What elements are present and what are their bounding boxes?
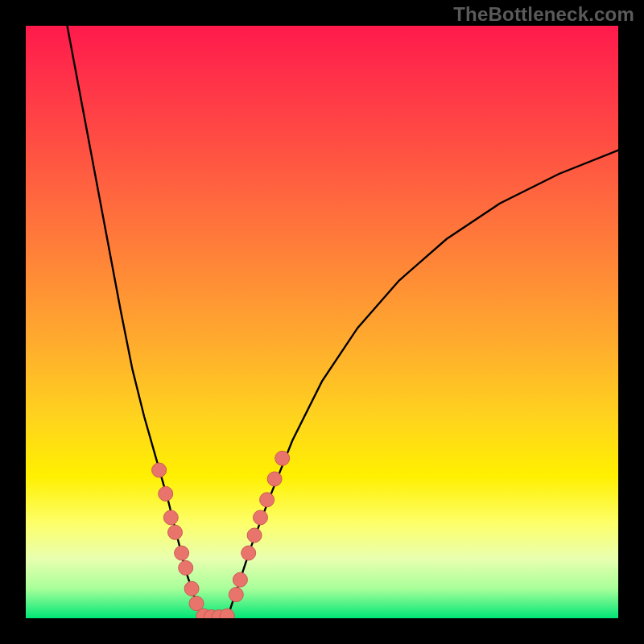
- data-marker: [254, 510, 268, 525]
- chart-stage: TheBottleneck.com: [0, 0, 644, 644]
- data-marker: [175, 546, 189, 560]
- curve-group: [68, 26, 619, 618]
- data-marker: [229, 588, 243, 602]
- curve-left-branch: [68, 26, 204, 618]
- data-marker: [189, 597, 204, 611]
- data-marker: [152, 463, 167, 477]
- data-marker: [247, 528, 262, 543]
- data-marker: [168, 525, 183, 539]
- data-marker: [179, 560, 193, 575]
- watermark-text: TheBottleneck.com: [453, 3, 634, 26]
- data-marker: [275, 451, 290, 465]
- data-marker: [159, 486, 173, 501]
- data-marker: [260, 493, 275, 507]
- marker-group: [152, 451, 290, 618]
- data-marker: [242, 546, 256, 560]
- data-marker: [163, 510, 178, 525]
- data-marker: [233, 572, 247, 587]
- curve-right-branch: [227, 151, 618, 618]
- chart-plot-area: [26, 26, 618, 618]
- chart-svg: [26, 26, 618, 618]
- data-marker: [267, 472, 282, 486]
- data-marker: [184, 581, 199, 596]
